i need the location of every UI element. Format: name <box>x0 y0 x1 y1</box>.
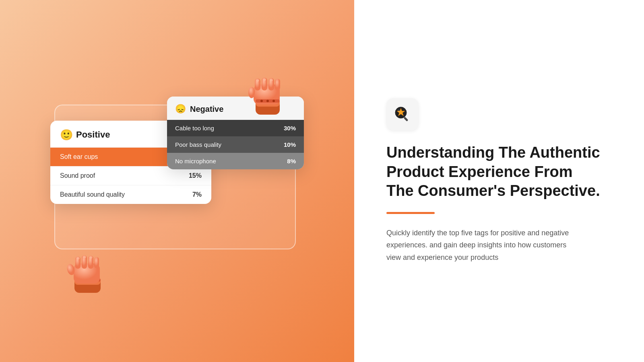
app-icon <box>386 98 419 130</box>
positive-label-2: Sound proof <box>60 172 95 179</box>
svg-point-10 <box>270 79 273 81</box>
negative-label-1: Cable too long <box>175 125 214 132</box>
negative-sad-icon: 😞 <box>175 104 186 114</box>
negative-value-2: 10% <box>284 141 296 148</box>
thumbs-up-icon <box>66 249 111 298</box>
svg-point-13 <box>266 100 269 102</box>
svg-rect-33 <box>403 117 408 121</box>
negative-value-1: 30% <box>284 125 296 132</box>
svg-point-34 <box>398 109 400 112</box>
positive-value-2: 15% <box>189 172 202 179</box>
heading-line-3: The Consumer's Perspective. <box>386 182 600 199</box>
svg-point-8 <box>256 79 259 82</box>
positive-value-3: 7% <box>192 191 202 198</box>
svg-point-14 <box>272 100 275 102</box>
svg-point-28 <box>83 256 86 258</box>
svg-rect-6 <box>275 79 280 90</box>
svg-point-29 <box>89 256 93 259</box>
svg-rect-25 <box>94 257 99 268</box>
positive-card-title: Positive <box>76 130 110 140</box>
svg-point-12 <box>260 100 263 102</box>
positive-row-3: Beautiful sound quality 7% <box>50 185 211 204</box>
positive-label-1: Soft ear cups <box>60 153 98 160</box>
svg-point-7 <box>248 87 255 98</box>
svg-point-27 <box>76 257 80 259</box>
negative-label-2: Poor bass quality <box>175 141 221 148</box>
right-panel: Understanding The Authentic Product Expe… <box>354 0 644 362</box>
negative-row-3: No microphone 8% <box>167 153 304 169</box>
orange-divider <box>386 212 435 214</box>
heading-line-2: Product Experience From <box>386 163 572 180</box>
negative-value-3: 8% <box>287 158 296 165</box>
negative-row-2: Poor bass quality 10% <box>167 136 304 153</box>
positive-label-3: Beautiful sound quality <box>60 191 125 198</box>
negative-card-title: Negative <box>190 105 223 114</box>
thumbs-down-icon <box>248 74 288 119</box>
cards-container: 🙂 Positive Soft ear cups 30% Sound proof… <box>46 97 308 265</box>
negative-row-1: Cable too long 30% <box>167 120 304 136</box>
description-text: Quickly identify the top five tags for p… <box>386 227 572 264</box>
svg-point-9 <box>263 78 266 81</box>
positive-smiley-icon: 🙂 <box>60 129 72 141</box>
negative-label-3: No microphone <box>175 158 216 165</box>
negative-table: Cable too long 30% Poor bass quality 10%… <box>167 120 304 169</box>
main-heading: Understanding The Authentic Product Expe… <box>386 143 612 201</box>
heading-line-1: Understanding The Authentic <box>386 144 600 161</box>
left-panel: 🙂 Positive Soft ear cups 30% Sound proof… <box>0 0 354 362</box>
